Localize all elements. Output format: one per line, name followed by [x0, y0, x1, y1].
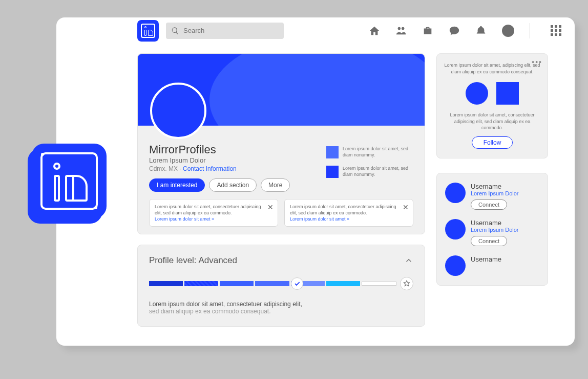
profile-headline: Lorem Ipsum Dolor	[149, 156, 306, 164]
profile-location: Cdmx. MX · Contact Information	[149, 165, 306, 172]
connect-button[interactable]: Connect	[471, 200, 507, 210]
suggestion-link[interactable]: Lorem ipsum dolor sit amet »	[155, 216, 214, 222]
svg-point-0	[398, 27, 401, 30]
chevron-up-icon[interactable]	[404, 256, 413, 265]
promo-circle-icon	[466, 82, 488, 105]
avatar[interactable]	[445, 219, 466, 240]
close-icon[interactable]: ✕	[403, 203, 409, 212]
company-icon	[326, 146, 339, 158]
promo-text-1: Lorem ipsum dolor sit amet, adipiscing e…	[444, 62, 540, 75]
contact-info-link[interactable]: Contact Information	[183, 165, 237, 172]
more-button[interactable]: More	[261, 178, 290, 192]
apps-grid-icon[interactable]	[551, 25, 561, 36]
interested-button[interactable]: I am interested	[149, 178, 205, 192]
person-desc: Lorem Ipsum Dolor	[471, 227, 519, 233]
profile-card: MirrorProfiles Lorem Ipsum Dolor Cdmx. M…	[137, 53, 425, 234]
top-bar: Search	[56, 17, 575, 44]
company-item-1[interactable]: Lorem ipsum dolor sit amet, sed diam non…	[326, 146, 413, 158]
app-logo[interactable]	[137, 20, 159, 42]
avatar[interactable]	[445, 183, 466, 203]
more-icon[interactable]: •••	[532, 58, 542, 66]
follow-button[interactable]: Follow	[472, 136, 513, 149]
nav-separator	[530, 23, 530, 38]
education-icon	[326, 166, 339, 178]
person-name: Username	[471, 183, 519, 190]
person-item: Username Lorem Ipsum Dolor Connect	[445, 219, 539, 246]
promo-text-2: Lorem ipsum dolor sit amet, consectetuer…	[444, 112, 540, 131]
progress-check-icon	[291, 277, 303, 290]
me-avatar[interactable]	[502, 25, 514, 37]
suggestion-link[interactable]: Lorem ipsum dolor sit amet »	[290, 216, 349, 222]
suggestion-card-2: ✕ Lorem ipsum dolor sit amet, consectetu…	[284, 199, 413, 227]
avatar[interactable]	[445, 255, 466, 276]
add-section-button[interactable]: Add section	[209, 178, 257, 192]
floating-logo	[32, 144, 107, 218]
profile-name: MirrorProfiles	[149, 143, 306, 156]
person-item: Username	[445, 255, 539, 276]
top-nav	[369, 23, 561, 38]
profile-photo[interactable]	[150, 83, 206, 139]
star-icon	[400, 277, 413, 290]
home-icon[interactable]	[369, 25, 380, 36]
person-name: Username	[471, 219, 519, 227]
people-card: Username Lorem Ipsum Dolor Connect Usern…	[436, 173, 548, 286]
search-input[interactable]: Search	[166, 23, 284, 39]
search-icon	[171, 27, 179, 35]
search-placeholder: Search	[183, 27, 204, 34]
profile-level-title: Profile level: Advanced	[149, 255, 237, 266]
profile-level-card: Profile level: Advanced Lorem ipsum dolo…	[137, 245, 425, 327]
network-icon[interactable]	[395, 25, 407, 36]
person-item: Username Lorem Ipsum Dolor Connect	[445, 183, 539, 210]
close-icon[interactable]: ✕	[267, 203, 274, 212]
promo-square-icon	[496, 82, 519, 105]
suggestion-card-1: ✕ Lorem ipsum dolor sit amet, consectetu…	[149, 199, 278, 227]
person-name: Username	[471, 255, 501, 263]
profile-level-text: Lorem ipsum dolor sit amet, consectetuer…	[149, 301, 413, 315]
progress-bar	[149, 277, 413, 290]
app-window: Search MirrorProfiles Lorem Ipsum Dolor	[56, 17, 575, 346]
svg-point-1	[402, 27, 405, 30]
person-desc: Lorem Ipsum Dolor	[471, 190, 519, 196]
jobs-icon[interactable]	[422, 25, 433, 36]
promo-card: ••• Lorem ipsum dolor sit amet, adipisci…	[436, 53, 548, 158]
notifications-icon[interactable]	[475, 25, 487, 36]
connect-button[interactable]: Connect	[471, 236, 507, 246]
company-item-2[interactable]: Lorem ipsum dolor sit amet, sed diam non…	[326, 166, 413, 178]
messaging-icon[interactable]	[449, 25, 460, 36]
